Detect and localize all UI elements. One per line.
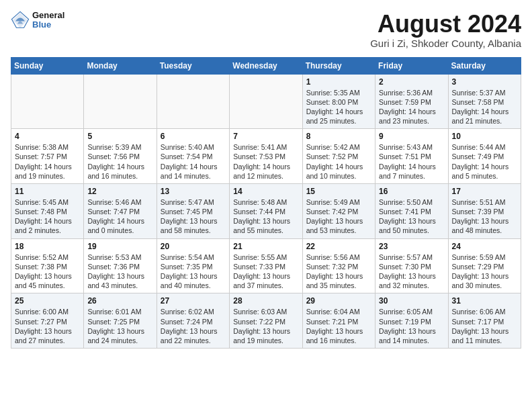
day-number: 16 — [379, 187, 444, 196]
calendar-cell — [230, 74, 302, 129]
day-info: Sunrise: 5:53 AM Sunset: 7:36 PM Dayligh… — [87, 253, 152, 291]
calendar-cell: 23Sunrise: 5:57 AM Sunset: 7:30 PM Dayli… — [375, 238, 448, 293]
day-number: 8 — [306, 132, 371, 141]
day-info: Sunrise: 5:41 AM Sunset: 7:53 PM Dayligh… — [233, 142, 298, 181]
day-info: Sunrise: 5:51 AM Sunset: 7:39 PM Dayligh… — [452, 197, 517, 236]
day-info: Sunrise: 5:37 AM Sunset: 7:58 PM Dayligh… — [452, 88, 517, 126]
calendar-week-row: 11Sunrise: 5:45 AM Sunset: 7:48 PM Dayli… — [11, 183, 521, 238]
calendar-cell: 1Sunrise: 5:35 AM Sunset: 8:00 PM Daylig… — [302, 74, 375, 129]
calendar-cell: 3Sunrise: 5:37 AM Sunset: 7:58 PM Daylig… — [448, 74, 521, 129]
calendar-cell: 7Sunrise: 5:41 AM Sunset: 7:53 PM Daylig… — [230, 129, 302, 184]
calendar-cell: 19Sunrise: 5:53 AM Sunset: 7:36 PM Dayli… — [84, 238, 157, 293]
calendar-cell: 24Sunrise: 5:59 AM Sunset: 7:29 PM Dayli… — [448, 238, 521, 293]
logo: General Blue — [11, 11, 64, 30]
day-info: Sunrise: 5:55 AM Sunset: 7:33 PM Dayligh… — [233, 253, 298, 291]
calendar-week-row: 1Sunrise: 5:35 AM Sunset: 8:00 PM Daylig… — [11, 74, 521, 129]
day-number: 6 — [161, 132, 226, 141]
weekday-header: Tuesday — [157, 57, 229, 74]
day-number: 27 — [161, 296, 226, 306]
day-info: Sunrise: 6:00 AM Sunset: 7:27 PM Dayligh… — [15, 307, 80, 345]
day-info: Sunrise: 5:44 AM Sunset: 7:49 PM Dayligh… — [452, 142, 517, 181]
day-number: 11 — [15, 187, 80, 196]
day-info: Sunrise: 5:56 AM Sunset: 7:32 PM Dayligh… — [306, 253, 371, 291]
calendar-cell: 14Sunrise: 5:48 AM Sunset: 7:44 PM Dayli… — [230, 183, 302, 238]
calendar-cell: 22Sunrise: 5:56 AM Sunset: 7:32 PM Dayli… — [302, 238, 375, 293]
day-number: 12 — [87, 187, 152, 196]
day-info: Sunrise: 5:49 AM Sunset: 7:42 PM Dayligh… — [306, 197, 371, 236]
day-number: 26 — [87, 296, 152, 306]
day-number: 24 — [452, 242, 517, 251]
day-info: Sunrise: 5:40 AM Sunset: 7:54 PM Dayligh… — [161, 142, 226, 181]
day-info: Sunrise: 5:52 AM Sunset: 7:38 PM Dayligh… — [15, 253, 80, 291]
calendar-cell: 31Sunrise: 6:06 AM Sunset: 7:17 PM Dayli… — [448, 293, 521, 349]
day-info: Sunrise: 6:06 AM Sunset: 7:17 PM Dayligh… — [452, 307, 517, 345]
calendar-week-row: 25Sunrise: 6:00 AM Sunset: 7:27 PM Dayli… — [11, 293, 521, 349]
calendar-cell: 25Sunrise: 6:00 AM Sunset: 7:27 PM Dayli… — [11, 293, 84, 349]
logo-text: General Blue — [32, 11, 64, 30]
day-number: 23 — [379, 242, 444, 251]
day-number: 20 — [161, 242, 226, 251]
calendar-cell: 4Sunrise: 5:38 AM Sunset: 7:57 PM Daylig… — [11, 129, 84, 184]
day-info: Sunrise: 6:03 AM Sunset: 7:22 PM Dayligh… — [233, 307, 298, 345]
day-number: 31 — [452, 296, 517, 306]
calendar-cell: 28Sunrise: 6:03 AM Sunset: 7:22 PM Dayli… — [230, 293, 302, 349]
day-number: 14 — [233, 187, 298, 196]
day-number: 4 — [15, 132, 80, 141]
day-info: Sunrise: 5:35 AM Sunset: 8:00 PM Dayligh… — [306, 88, 371, 126]
day-info: Sunrise: 5:45 AM Sunset: 7:48 PM Dayligh… — [15, 197, 80, 236]
day-info: Sunrise: 5:57 AM Sunset: 7:30 PM Dayligh… — [379, 253, 444, 291]
day-number: 17 — [452, 187, 517, 196]
calendar-cell: 11Sunrise: 5:45 AM Sunset: 7:48 PM Dayli… — [11, 183, 84, 238]
calendar-cell — [84, 74, 157, 129]
calendar-cell — [11, 74, 84, 129]
day-number: 13 — [161, 187, 226, 196]
day-number: 2 — [379, 77, 444, 87]
weekday-header: Sunday — [11, 57, 84, 74]
day-number: 18 — [15, 242, 80, 251]
day-number: 25 — [15, 296, 80, 306]
day-number: 5 — [87, 132, 152, 141]
day-info: Sunrise: 6:04 AM Sunset: 7:21 PM Dayligh… — [306, 307, 371, 345]
calendar-cell: 27Sunrise: 6:02 AM Sunset: 7:24 PM Dayli… — [157, 293, 229, 349]
day-info: Sunrise: 6:05 AM Sunset: 7:19 PM Dayligh… — [379, 307, 444, 345]
day-number: 15 — [306, 187, 371, 196]
calendar-cell: 26Sunrise: 6:01 AM Sunset: 7:25 PM Dayli… — [84, 293, 157, 349]
day-number: 21 — [233, 242, 298, 251]
weekday-header: Monday — [84, 57, 157, 74]
calendar-cell: 18Sunrise: 5:52 AM Sunset: 7:38 PM Dayli… — [11, 238, 84, 293]
day-info: Sunrise: 5:54 AM Sunset: 7:35 PM Dayligh… — [161, 253, 226, 291]
weekday-header: Thursday — [302, 57, 375, 74]
calendar-cell: 5Sunrise: 5:39 AM Sunset: 7:56 PM Daylig… — [84, 129, 157, 184]
title-block: August 2024 Guri i Zi, Shkoder County, A… — [370, 11, 521, 49]
calendar-table: SundayMondayTuesdayWednesdayThursdayFrid… — [11, 57, 521, 349]
logo-icon — [11, 11, 30, 30]
day-info: Sunrise: 6:01 AM Sunset: 7:25 PM Dayligh… — [87, 307, 152, 345]
day-info: Sunrise: 5:43 AM Sunset: 7:51 PM Dayligh… — [379, 142, 444, 181]
calendar-week-row: 4Sunrise: 5:38 AM Sunset: 7:57 PM Daylig… — [11, 129, 521, 184]
day-number: 1 — [306, 77, 371, 87]
day-number: 3 — [452, 77, 517, 87]
calendar-cell: 13Sunrise: 5:47 AM Sunset: 7:45 PM Dayli… — [157, 183, 229, 238]
page-header: General Blue August 2024 Guri i Zi, Shko… — [11, 11, 521, 49]
calendar-cell: 8Sunrise: 5:42 AM Sunset: 7:52 PM Daylig… — [302, 129, 375, 184]
calendar-cell: 30Sunrise: 6:05 AM Sunset: 7:19 PM Dayli… — [375, 293, 448, 349]
weekday-header: Saturday — [448, 57, 521, 74]
weekday-header-row: SundayMondayTuesdayWednesdayThursdayFrid… — [11, 57, 521, 74]
day-info: Sunrise: 5:47 AM Sunset: 7:45 PM Dayligh… — [161, 197, 226, 236]
day-info: Sunrise: 5:38 AM Sunset: 7:57 PM Dayligh… — [15, 142, 80, 181]
day-info: Sunrise: 5:42 AM Sunset: 7:52 PM Dayligh… — [306, 142, 371, 181]
day-number: 29 — [306, 296, 371, 306]
day-info: Sunrise: 5:36 AM Sunset: 7:59 PM Dayligh… — [379, 88, 444, 126]
calendar-cell: 16Sunrise: 5:50 AM Sunset: 7:41 PM Dayli… — [375, 183, 448, 238]
calendar-cell: 6Sunrise: 5:40 AM Sunset: 7:54 PM Daylig… — [157, 129, 229, 184]
calendar-cell: 2Sunrise: 5:36 AM Sunset: 7:59 PM Daylig… — [375, 74, 448, 129]
day-number: 28 — [233, 296, 298, 306]
calendar-cell: 12Sunrise: 5:46 AM Sunset: 7:47 PM Dayli… — [84, 183, 157, 238]
day-number: 30 — [379, 296, 444, 306]
calendar-cell: 21Sunrise: 5:55 AM Sunset: 7:33 PM Dayli… — [230, 238, 302, 293]
calendar-week-row: 18Sunrise: 5:52 AM Sunset: 7:38 PM Dayli… — [11, 238, 521, 293]
day-number: 19 — [87, 242, 152, 251]
day-number: 7 — [233, 132, 298, 141]
day-number: 9 — [379, 132, 444, 141]
calendar-cell: 29Sunrise: 6:04 AM Sunset: 7:21 PM Dayli… — [302, 293, 375, 349]
